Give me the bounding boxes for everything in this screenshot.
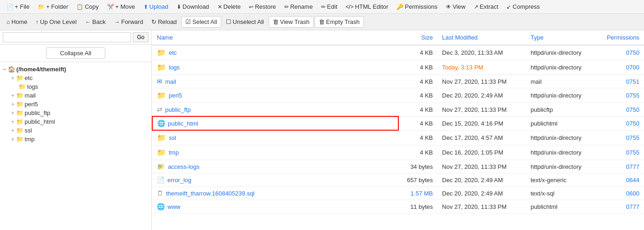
file-modified: Today, 3:13 PM [437, 60, 526, 75]
rename-button[interactable]: ✏ Rename [281, 2, 316, 12]
tree-label-phtml: public_html [25, 118, 55, 125]
file-link[interactable]: error_log [167, 177, 191, 184]
file-size: 4 KB [398, 45, 438, 60]
file-type: publicftp [526, 103, 599, 117]
file-permissions: 0777 [600, 160, 644, 173]
file-link[interactable]: perl5 [169, 92, 182, 99]
file-name-cell: 📄error_log [152, 173, 398, 187]
tree-label-ssl: ssl [25, 127, 32, 134]
empty-trash-button[interactable]: 🗑 Empty Trash [315, 16, 364, 28]
extract-icon: ↗ [474, 4, 478, 10]
forward-button[interactable]: → Forward [110, 17, 147, 27]
collapse-all-button[interactable]: Collapse All [46, 47, 106, 59]
folder-icon-etc: 📁 [16, 75, 23, 81]
upload-icon: ⬆ [144, 4, 148, 10]
trash-icon: 🗑 [273, 18, 279, 25]
col-perms[interactable]: Permissions [600, 30, 644, 45]
delete-button[interactable]: ✕ Delete [214, 2, 245, 12]
go-button[interactable]: Go [133, 32, 149, 42]
tree-item-public-html[interactable]: + 📁 public_html [10, 117, 150, 126]
tree-root[interactable]: − 🏠 (/home4/themeift) [2, 65, 150, 74]
tree-item-public-ftp[interactable]: + 📁 public_ftp [10, 109, 150, 117]
file-link[interactable]: tmp [169, 149, 179, 156]
file-link[interactable]: www [167, 203, 180, 210]
rename-icon: ✏ [284, 4, 289, 10]
col-type[interactable]: Type [526, 30, 599, 45]
file-size: 4 KB [398, 60, 438, 75]
tree-item-mail[interactable]: + 📁 mail [10, 91, 150, 100]
select-all-button[interactable]: ☑ Select All [181, 16, 221, 28]
file-type: mail [526, 75, 599, 88]
col-name[interactable]: Name [152, 30, 398, 45]
col-size[interactable]: Size [398, 30, 438, 45]
folder-button[interactable]: 📁 + Folder [34, 2, 72, 12]
file-modified: Nov 27, 2020, 11:33 PM [437, 75, 526, 88]
permissions-icon: 🔑 [397, 4, 403, 10]
download-button[interactable]: ⬇ Download [173, 2, 213, 12]
extract-button[interactable]: ↗ Extract [470, 2, 502, 12]
folder-icon-logs: 📁 [18, 83, 26, 90]
file-table: Name Size Last Modified Type Permissions… [152, 30, 644, 213]
file-link[interactable]: mail [165, 78, 176, 85]
tree-label-tmp: tmp [25, 136, 35, 143]
view-trash-button[interactable]: 🗑 View Trash [269, 16, 314, 28]
col-modified[interactable]: Last Modified [437, 30, 526, 45]
file-link[interactable]: access-logs [168, 163, 200, 170]
tree-item-ssl[interactable]: + 📁 ssl [10, 126, 150, 135]
tree-item-logs[interactable]: 📁 logs [10, 82, 150, 91]
folder-icon: 📁 [157, 148, 166, 157]
file-icon: 📄 [6, 4, 13, 10]
sidebar: Go Collapse All − 🏠 (/home4/themeift) + … [0, 30, 152, 230]
tree-label-mail: mail [25, 92, 36, 99]
file-link[interactable]: themeift_tharrow.1608405239.sql [166, 190, 254, 197]
unselect-all-button[interactable]: ☐ Unselect All [222, 17, 268, 27]
file-name-cell: 🗒themeift_tharrow.1608405239.sql [152, 187, 398, 200]
file-link[interactable]: ssl [169, 134, 176, 141]
file-link[interactable]: public_html [168, 120, 198, 127]
file-name-cell: 📁logs [152, 60, 398, 75]
move-button[interactable]: ✂️ + Move [104, 2, 139, 12]
view-icon: 👁 [446, 4, 451, 10]
restore-button[interactable]: ↩ Restore [245, 2, 280, 12]
copy-button[interactable]: 📋 Copy [73, 2, 102, 12]
file-button[interactable]: 📄 + File [3, 2, 33, 12]
tree-item-tmp[interactable]: + 📁 tmp [10, 135, 150, 144]
compress-button[interactable]: ↙ Compress [503, 2, 543, 12]
upload-button[interactable]: ⬆ Upload [140, 2, 172, 12]
table-row: 🗒themeift_tharrow.1608405239.sql1.57 MBD… [152, 187, 644, 200]
home-button[interactable]: ⌂ Home [3, 17, 31, 27]
file-table-body: 📁etc4 KBDec 3, 2020, 11:33 AMhttpd/unix-… [152, 45, 644, 213]
toolbar: 📄 + File 📁 + Folder 📋 Copy ✂️ + Move ⬆ U… [0, 0, 644, 14]
file-name-cell: 📁🔗access-logs [152, 160, 398, 173]
permissions-button[interactable]: 🔑 Permissions [393, 2, 441, 12]
folder-icon-perl5: 📁 [16, 101, 23, 108]
file-permissions: 0750 [600, 103, 644, 117]
back-button[interactable]: ← Back [81, 17, 109, 27]
file-type: httpd/unix-directory [526, 160, 599, 173]
tree-item-perl5[interactable]: + 📁 perl5 [10, 100, 150, 109]
file-link[interactable]: logs [169, 64, 180, 71]
table-row: 📁🔗access-logs34 bytesNov 27, 2020, 11:33… [152, 160, 644, 173]
address-input[interactable] [3, 32, 131, 42]
home-folder-icon: 🏠 [8, 66, 15, 73]
file-link[interactable]: etc [169, 49, 177, 56]
file-name-cell: 📁ssl [152, 130, 398, 145]
reload-button[interactable]: ↻ Reload [148, 17, 180, 27]
file-name-container: 📁perl5 [157, 91, 394, 100]
view-button[interactable]: 👁 View [442, 2, 469, 12]
tree-item-etc[interactable]: + 📁 etc [10, 74, 150, 82]
up-one-level-button[interactable]: ↑ Up One Level [32, 17, 80, 27]
html-editor-button[interactable]: </> HTML Editor [342, 2, 392, 12]
file-modified: Dec 17, 2020, 4:57 AM [437, 130, 526, 145]
file-link[interactable]: public_ftp [165, 106, 191, 113]
file-name-container: 🌐www [157, 203, 394, 210]
back-icon: ← [85, 18, 91, 25]
folder-icon: 📁 [157, 63, 166, 72]
download-icon: ⬇ [177, 4, 181, 10]
plus-icon-tmp: + [11, 136, 15, 143]
edit-button[interactable]: ✏ Edit [317, 2, 341, 12]
table-row: 📁ssl4 KBDec 17, 2020, 4:57 AMhttpd/unix-… [152, 130, 644, 145]
file-permissions: 0751 [600, 75, 644, 88]
file-type: publichtml [526, 116, 599, 130]
file-type: httpd/unix-directory [526, 60, 599, 75]
